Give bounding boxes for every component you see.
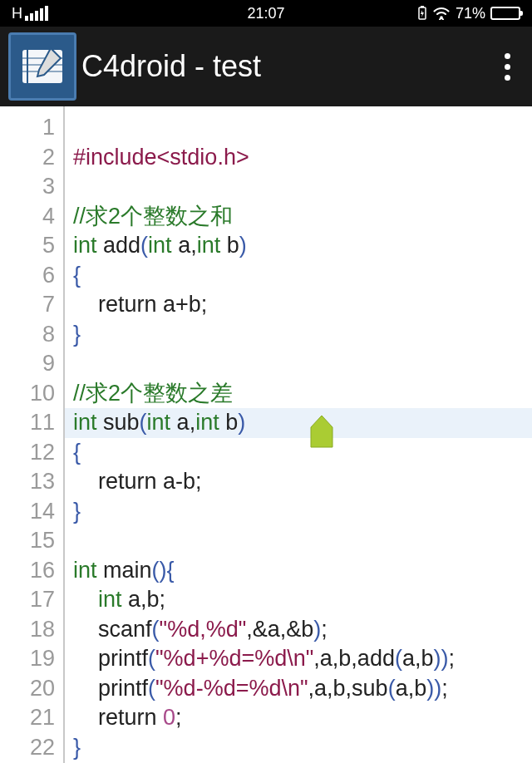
token: ( bbox=[148, 676, 155, 701]
code-line[interactable]: int a,b; bbox=[73, 585, 532, 615]
token: int bbox=[73, 233, 97, 258]
token: add bbox=[97, 233, 141, 258]
battery-percent: 71% bbox=[456, 5, 485, 22]
signal-icon bbox=[25, 6, 48, 21]
code-line[interactable]: //求2个整数之差 bbox=[73, 379, 532, 409]
token: } bbox=[73, 499, 81, 524]
token: //求2个整数之和 bbox=[73, 204, 233, 229]
line-number: 21 bbox=[0, 703, 55, 733]
token: return bbox=[98, 705, 157, 730]
code-line[interactable] bbox=[73, 526, 532, 556]
token: ; bbox=[321, 617, 328, 642]
code-area[interactable]: #include<stdio.h>//求2个整数之和int add(int a,… bbox=[65, 106, 532, 763]
line-number: 19 bbox=[0, 644, 55, 674]
token: a, bbox=[172, 233, 197, 258]
line-number: 2 bbox=[0, 143, 55, 173]
line-number: 15 bbox=[0, 526, 55, 556]
token bbox=[73, 587, 98, 612]
token: 0 bbox=[163, 705, 175, 730]
token: ( bbox=[152, 617, 160, 642]
svg-point-2 bbox=[440, 16, 443, 19]
code-line[interactable]: int add(int a,int b) bbox=[73, 231, 532, 261]
token: ) bbox=[238, 410, 245, 435]
code-line[interactable]: scanf("%d,%d",&a,&b); bbox=[73, 615, 532, 645]
line-number: 5 bbox=[0, 231, 55, 261]
token: "%d+%d=%d\n" bbox=[155, 646, 313, 671]
token: { bbox=[73, 440, 81, 465]
line-number: 3 bbox=[0, 172, 55, 202]
code-line[interactable]: { bbox=[73, 438, 532, 468]
token bbox=[73, 469, 98, 494]
token: ) bbox=[239, 233, 247, 258]
code-line[interactable] bbox=[73, 113, 532, 143]
code-line[interactable]: return a-b; bbox=[73, 467, 532, 497]
code-line[interactable]: int main(){ bbox=[73, 556, 532, 586]
token: int bbox=[73, 410, 97, 435]
code-line[interactable]: { bbox=[73, 261, 532, 291]
token: a,b bbox=[402, 646, 434, 671]
charging-icon bbox=[417, 6, 427, 21]
token: main bbox=[97, 558, 152, 583]
wifi-icon bbox=[432, 7, 451, 20]
token: )) bbox=[426, 676, 441, 701]
token: int bbox=[195, 410, 219, 435]
token: //求2个整数之差 bbox=[73, 381, 233, 406]
code-editor[interactable]: 12345678910111213141516171819202122 #inc… bbox=[0, 106, 532, 763]
code-line[interactable] bbox=[73, 172, 532, 202]
code-line[interactable]: printf("%d-%d=%d\n",a,b,sub(a,b)); bbox=[73, 674, 532, 704]
app-icon[interactable] bbox=[8, 32, 76, 101]
token: printf bbox=[73, 646, 148, 671]
token: int bbox=[98, 587, 122, 612]
code-line[interactable]: return 0; bbox=[73, 703, 532, 733]
token: } bbox=[73, 735, 81, 760]
token: ( bbox=[388, 676, 396, 701]
token: ,a,b,sub bbox=[308, 676, 388, 701]
code-line[interactable]: } bbox=[73, 497, 532, 527]
line-number: 12 bbox=[0, 438, 55, 468]
line-number: 13 bbox=[0, 467, 55, 497]
token: printf bbox=[73, 676, 148, 701]
token: int bbox=[197, 233, 221, 258]
token: a, bbox=[170, 410, 195, 435]
line-number: 18 bbox=[0, 615, 55, 645]
line-number: 16 bbox=[0, 556, 55, 586]
line-number: 8 bbox=[0, 320, 55, 350]
token: b bbox=[219, 410, 239, 435]
code-line[interactable]: int sub(int a,int b) bbox=[65, 408, 532, 438]
line-number: 22 bbox=[0, 733, 55, 763]
svg-rect-1 bbox=[421, 6, 424, 7]
code-line[interactable]: } bbox=[73, 733, 532, 763]
code-line[interactable]: //求2个整数之和 bbox=[73, 202, 532, 232]
code-line[interactable]: #include<stdio.h> bbox=[73, 143, 532, 173]
token bbox=[157, 705, 164, 730]
token: ( bbox=[148, 646, 155, 671]
status-bar: H 21:07 71% bbox=[0, 0, 532, 27]
code-line[interactable]: return a+b; bbox=[73, 290, 532, 320]
status-right: 71% bbox=[417, 5, 520, 22]
code-line[interactable] bbox=[73, 349, 532, 379]
token: ( bbox=[140, 233, 148, 258]
token: ,&a,&b bbox=[246, 617, 313, 642]
token: a+b; bbox=[157, 292, 208, 317]
token: int bbox=[73, 558, 97, 583]
token: return bbox=[98, 469, 157, 494]
overflow-menu-icon[interactable] bbox=[496, 45, 519, 89]
token: ( bbox=[140, 410, 147, 435]
token: ) bbox=[313, 617, 321, 642]
network-label: H bbox=[12, 5, 22, 22]
app-bar: C4droid - test bbox=[0, 27, 532, 106]
code-line[interactable]: } bbox=[73, 320, 532, 350]
token: ,a,b,add bbox=[313, 646, 395, 671]
line-number: 17 bbox=[0, 585, 55, 615]
token: ; bbox=[448, 646, 455, 671]
token: () bbox=[152, 558, 167, 583]
line-number: 1 bbox=[0, 113, 55, 143]
line-number: 10 bbox=[0, 379, 55, 409]
code-line[interactable]: printf("%d+%d=%d\n",a,b,add(a,b)); bbox=[73, 644, 532, 674]
line-number: 20 bbox=[0, 674, 55, 704]
token: int bbox=[147, 410, 171, 435]
token: return bbox=[98, 292, 157, 317]
line-number: 6 bbox=[0, 261, 55, 291]
line-number: 14 bbox=[0, 497, 55, 527]
line-number: 9 bbox=[0, 349, 55, 379]
